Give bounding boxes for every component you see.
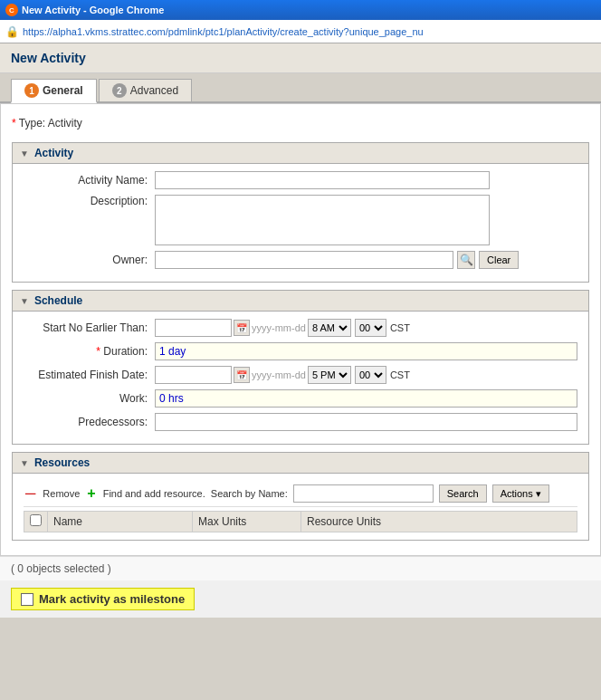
remove-resource-button[interactable]: ─ bbox=[24, 486, 37, 501]
url-text: https://alpha1.vkms.strattec.com/pdmlink… bbox=[23, 26, 424, 37]
start-date-label: Start No Earlier Than: bbox=[24, 321, 155, 334]
tab-advanced-number: 2 bbox=[112, 83, 127, 98]
predecessors-label: Predecessors: bbox=[24, 416, 155, 428]
predecessors-input[interactable] bbox=[155, 413, 577, 431]
search-name-label: Search by Name: bbox=[211, 488, 288, 499]
start-date-input[interactable] bbox=[155, 319, 232, 337]
start-date-row: Start No Earlier Than: 📅 yyyy-mm-dd 8 AM… bbox=[24, 319, 577, 337]
start-timezone: CST bbox=[390, 322, 410, 333]
type-required-star: * bbox=[12, 117, 16, 129]
type-label: Type: bbox=[19, 117, 48, 129]
owner-input-area: 🔍 Clear bbox=[155, 251, 577, 269]
tab-advanced[interactable]: 2 Advanced bbox=[99, 79, 192, 101]
work-label: Work: bbox=[24, 392, 155, 405]
finish-date-calendar-icon[interactable]: 📅 bbox=[234, 367, 250, 383]
title-bar: C New Activity - Google Chrome bbox=[0, 0, 601, 20]
owner-row: Owner: 🔍 Clear bbox=[24, 251, 577, 269]
select-all-checkbox[interactable] bbox=[30, 514, 42, 526]
duration-label-text: Duration: bbox=[103, 345, 148, 358]
type-row: * Type: Activity bbox=[12, 111, 589, 135]
activity-name-label: Activity Name: bbox=[24, 174, 155, 187]
duration-row: * Duration: bbox=[24, 342, 577, 360]
activity-name-row: Activity Name: bbox=[24, 171, 577, 189]
milestone-checkbox[interactable] bbox=[21, 593, 33, 606]
activity-collapse-icon: ▼ bbox=[20, 149, 29, 158]
add-label: Find and add resource. bbox=[103, 488, 205, 499]
main-content: New Activity 1 General 2 Advanced * Type… bbox=[0, 43, 601, 618]
finish-date-input[interactable] bbox=[155, 366, 232, 384]
activity-name-input[interactable] bbox=[155, 171, 490, 189]
duration-label: * Duration: bbox=[24, 345, 155, 358]
objects-selected-text: ( 0 objects selected ) bbox=[11, 562, 111, 575]
activity-section-title: Activity bbox=[34, 147, 73, 159]
start-date-placeholder: yyyy-mm-dd bbox=[252, 322, 306, 333]
schedule-section: ▼ Schedule Start No Earlier Than: 📅 yyyy… bbox=[12, 290, 589, 445]
page-title: New Activity bbox=[0, 43, 601, 73]
address-bar: 🔒 https://alpha1.vkms.strattec.com/pdmli… bbox=[0, 20, 601, 43]
finish-time-hour-select[interactable]: 5 PM bbox=[308, 366, 351, 384]
finish-date-label: Estimated Finish Date: bbox=[24, 369, 155, 381]
finish-date-row: Estimated Finish Date: 📅 yyyy-mm-dd 5 PM… bbox=[24, 366, 577, 384]
milestone-row: Mark activity as milestone bbox=[0, 580, 601, 618]
resources-section: ▼ Resources ─ Remove + Find and add reso… bbox=[12, 452, 589, 541]
owner-clear-button[interactable]: Clear bbox=[479, 251, 519, 269]
description-row: Description: bbox=[24, 195, 577, 245]
finish-timezone: CST bbox=[390, 369, 410, 380]
browser-icon: C bbox=[5, 4, 18, 16]
schedule-collapse-icon: ▼ bbox=[20, 296, 29, 306]
tab-advanced-label: Advanced bbox=[130, 84, 178, 97]
col-resunits: Resource Units bbox=[301, 512, 577, 532]
milestone-label-wrap[interactable]: Mark activity as milestone bbox=[11, 588, 195, 610]
start-date-calendar-icon[interactable]: 📅 bbox=[234, 320, 250, 336]
owner-input[interactable] bbox=[155, 251, 453, 269]
start-time-hour-select[interactable]: 8 AM bbox=[308, 319, 351, 337]
resources-section-title: Resources bbox=[34, 456, 90, 469]
activity-section-header[interactable]: ▼ Activity bbox=[13, 143, 588, 164]
actions-button[interactable]: Actions ▾ bbox=[492, 484, 549, 503]
type-value: Activity bbox=[48, 117, 82, 129]
work-row: Work: bbox=[24, 389, 577, 408]
owner-search-button[interactable]: 🔍 bbox=[457, 251, 475, 269]
milestone-label-text: Mark activity as milestone bbox=[39, 592, 185, 606]
resources-collapse-icon: ▼ bbox=[20, 458, 29, 468]
owner-label: Owner: bbox=[24, 254, 155, 266]
finish-time-min-select[interactable]: 00 bbox=[355, 366, 386, 384]
duration-input[interactable] bbox=[155, 342, 577, 360]
resources-section-header[interactable]: ▼ Resources bbox=[13, 453, 588, 474]
predecessors-row: Predecessors: bbox=[24, 413, 577, 431]
finish-date-placeholder: yyyy-mm-dd bbox=[252, 369, 306, 380]
search-name-input[interactable] bbox=[293, 484, 434, 503]
col-maxunits: Max Units bbox=[193, 512, 301, 532]
activity-section: ▼ Activity Activity Name: Description: O… bbox=[12, 142, 589, 283]
tab-general-label: General bbox=[43, 84, 83, 97]
schedule-section-title: Schedule bbox=[34, 294, 82, 307]
resources-section-body: ─ Remove + Find and add resource. Search… bbox=[13, 474, 588, 540]
lock-icon: 🔒 bbox=[5, 25, 19, 38]
add-resource-button[interactable]: + bbox=[85, 486, 97, 501]
tab-general-number: 1 bbox=[24, 83, 39, 98]
resources-toolbar: ─ Remove + Find and add resource. Search… bbox=[24, 481, 577, 507]
activity-section-body: Activity Name: Description: Owner: 🔍 Cle… bbox=[13, 164, 588, 282]
objects-selected: ( 0 objects selected ) bbox=[0, 556, 601, 580]
tab-general[interactable]: 1 General bbox=[11, 79, 97, 103]
resources-table: Name Max Units Resource Units bbox=[24, 511, 577, 532]
remove-label: Remove bbox=[43, 488, 80, 499]
start-time-min-select[interactable]: 00 bbox=[355, 319, 386, 337]
work-input[interactable] bbox=[155, 389, 577, 408]
col-name: Name bbox=[48, 512, 193, 532]
tabs-area: 1 General 2 Advanced bbox=[0, 73, 601, 103]
window-title: New Activity - Google Chrome bbox=[22, 5, 164, 15]
description-label: Description: bbox=[24, 195, 155, 207]
col-checkbox bbox=[24, 512, 48, 532]
description-input[interactable] bbox=[155, 195, 490, 245]
search-button[interactable]: Search bbox=[439, 484, 487, 503]
form-area: * Type: Activity ▼ Activity Activity Nam… bbox=[0, 103, 601, 556]
schedule-section-body: Start No Earlier Than: 📅 yyyy-mm-dd 8 AM… bbox=[13, 312, 588, 444]
schedule-section-header[interactable]: ▼ Schedule bbox=[13, 291, 588, 312]
